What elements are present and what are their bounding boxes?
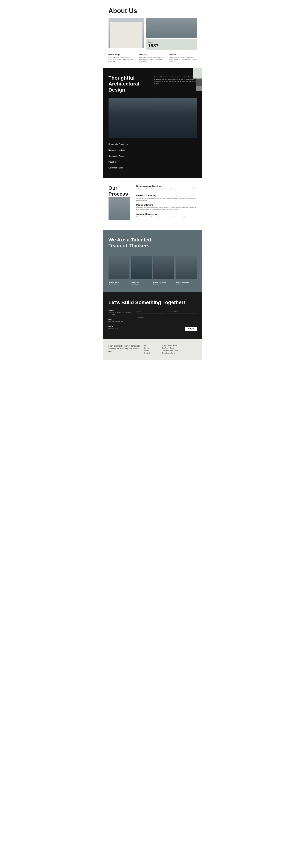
team-member-rehaan-name: Rehaan Whitfield [175,282,196,284]
chevron-right-icon: › [196,167,196,168]
since-label: Since [148,41,194,43]
arch-nav-external[interactable]: External Spaces › [109,165,197,171]
contact-address-text: 1234 Divi St. #1000, San Francisco, CA 9… [109,312,132,316]
process-right-col: Brainstorming & Boarding Ac feugiat ante… [136,185,197,222]
team-member-saif: Saif Guerra Senior Architect [131,282,152,285]
feature-modern-design-text: Lorem ipsum dolor sit amet, consectetur … [109,56,136,62]
arch-nav-residential[interactable]: Residential Structures › [109,141,197,147]
team-member-saif-role: Senior Architect [131,284,152,285]
process-left-col: Our Process [109,185,134,222]
arch-people-image [109,98,197,137]
contact-address-label: Address [109,310,132,311]
process-image [109,197,130,220]
about-features: Modern Design Lorem ipsum dolor sit amet… [109,54,197,62]
process-design-title: Design & Refining [136,204,197,206]
team-title: We Are a Talented Team of Thinkers [109,237,159,249]
process-engineering-text: Vitae consequat augue. Vivamus eget dolo… [136,216,197,220]
team-member-saif-name: Saif Guerra [131,282,152,284]
process-brainstorming-text: Ac feugiat ante. Donec ultrices lobortis… [136,188,197,192]
arch-nav-industrial[interactable]: Industrial › [109,159,197,165]
contact-message-input[interactable] [137,315,197,324]
footer-nav-services[interactable]: Services [144,347,159,349]
contact-submit-row: Submit [137,327,197,331]
arch-description: In non pulvinar purse. Curabitur nisl od… [154,75,197,93]
arch-nav-community[interactable]: Community Areas › [109,153,197,159]
feature-concepting-title: Concepting [139,54,166,56]
arch-nav-industrial-label: Industrial [109,161,116,163]
team-member-kason-role: Architect [153,284,174,285]
process-brainstorming: Brainstorming & Boarding Ac feugiat ante… [136,185,197,192]
contact-email-text: hello@divarchitect.com [109,321,132,323]
footer-links: Elegant World Tower Divi Trade Center Di… [162,345,197,354]
contact-phone-label: Phone [109,325,132,327]
arch-dec-box1 [193,68,202,79]
contact-section: Let's Build Something Together! Address … [103,292,202,339]
contact-form: Submit [137,310,197,332]
about-title: About Us [109,7,197,14]
process-engineering-title: Structural Engineering [136,213,197,215]
footer-body-text: Lorem ipsum dolor sit amet, consectetur … [109,345,141,353]
footer-link-divi-commerce[interactable]: Divi Commerce Center [162,349,197,351]
team-photo-saif [131,256,152,279]
team-photos [109,256,197,279]
process-research-text: Quis blandit erat. Donec laoreet libero … [136,197,197,201]
arch-content: Thoughtful Architectural Design In non p… [109,75,197,93]
about-side-images: Since 1987 [146,18,197,50]
footer-link-divi-trade[interactable]: Divi Trade Center [162,347,197,349]
feature-concepting-text: Quisque aliquet velit sit amet sem inter… [139,56,166,62]
process-design: Design & Refining Semper leo et sapien l… [136,204,197,211]
process-research-title: Research & Planning [136,194,197,196]
team-section: We Are a Talented Team of Thinkers Juani… [103,230,202,292]
feature-modern-design: Modern Design Lorem ipsum dolor sit amet… [109,54,136,62]
footer-nav-contact[interactable]: Contact [144,352,159,354]
team-photo-rehaan [175,256,196,279]
about-section: About Us Since 1987 Modern Design Lorem … [103,0,202,68]
contact-email-label: Email [109,318,132,320]
chevron-right-icon: › [196,149,196,151]
feature-concepting: Concepting Quisque aliquet velit sit ame… [139,54,166,62]
contact-phone-text: (255) 352-6258 [109,328,132,330]
about-main-image [109,18,144,48]
team-member-kason-name: Kason Espinosa [153,282,174,284]
feature-remodels: Remodels Luctus luctus non quisque turpi… [169,54,197,62]
feature-remodels-title: Remodels [169,54,197,56]
process-section: Our Process Brainstorming & Boarding Ac … [103,178,202,230]
chevron-right-icon: › [196,143,196,145]
process-layout: Our Process Brainstorming & Boarding Ac … [109,185,197,222]
footer-nav-works[interactable]: Works [144,349,159,351]
team-photo-kason [153,256,174,279]
arch-nav-business[interactable]: Business Locations › [109,147,197,153]
since-year: 1987 [148,43,194,49]
brown-building-image [146,18,197,38]
feature-modern-design-title: Modern Design [109,54,136,56]
contact-email-input[interactable] [168,310,197,314]
contact-name-input[interactable] [137,310,166,314]
footer-link-extra[interactable]: Extra International [162,352,197,354]
since-box: Since 1987 [146,39,197,50]
process-brainstorming-title: Brainstorming & Boarding [136,185,197,187]
arch-title: Thoughtful Architectural Design [109,75,151,93]
arch-photo [109,98,197,137]
footer: Lorem ipsum dolor sit amet, consectetur … [103,339,202,360]
team-member-rehaan-role: Designer [175,284,196,285]
arch-dec-box3 [196,86,202,91]
team-member-kason: Kason Espinosa Architect [153,282,174,285]
footer-nav-about[interactable]: About [144,345,159,346]
chevron-right-icon: › [196,161,196,163]
contact-submit-button[interactable]: Submit [186,327,197,331]
contact-name-email-row [137,310,197,314]
process-engineering: Structural Engineering Vitae consequat a… [136,213,197,220]
arch-section: Thoughtful Architectural Design In non p… [103,68,202,178]
contact-title: Let's Build Something Together! [109,300,197,306]
team-member-juanita: Juanita Moran Senior Partner [109,282,130,285]
process-design-text: Semper leo et sapien lobortis facilisis … [136,207,197,211]
arch-nav: Residential Structures › Business Locati… [109,141,197,171]
contact-info: Address 1234 Divi St. #1000, San Francis… [109,310,132,332]
team-member-juanita-role: Senior Partner [109,284,130,285]
process-building-photo [109,197,130,220]
team-member-rehaan: Rehaan Whitfield Designer [175,282,196,285]
footer-link-elegant[interactable]: Elegant World Tower [162,345,197,346]
arch-dec-box2 [196,79,202,86]
chevron-right-icon: › [196,155,196,157]
contact-address-group: Address 1234 Divi St. #1000, San Francis… [109,310,132,316]
